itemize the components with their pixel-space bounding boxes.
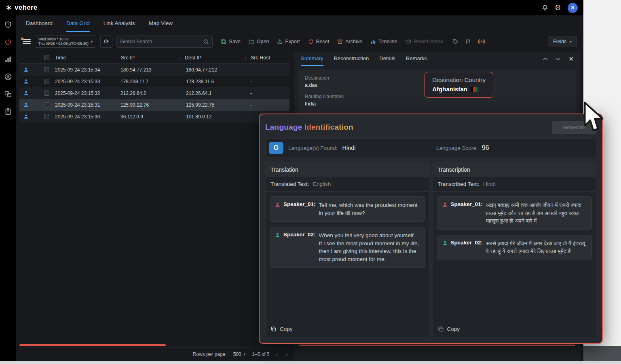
vehere-logo-icon xyxy=(6,4,12,11)
speaker-person-icon xyxy=(275,232,280,238)
table-row[interactable]: 2025-09-24 23:15:34180.94.77.213180.94.7… xyxy=(19,64,289,76)
speaker-card: Speaker_01:आइए बताइए अभी तक आपके जीवन मे… xyxy=(437,196,592,230)
speaker-name: Speaker_02: xyxy=(283,231,316,263)
sidebar-live-capture-icon[interactable] xyxy=(4,38,12,46)
translation-copy-button[interactable]: Copy xyxy=(266,322,429,337)
table-row[interactable]: 2025-09-24 23:15:33178.238.11.7178.238.1… xyxy=(19,76,289,87)
settings-gear-icon[interactable]: ⚙ xyxy=(555,4,561,11)
horizontal-scrollbar-thumb[interactable] xyxy=(19,344,166,346)
copy-icon xyxy=(270,326,277,332)
translation-speakers: Speaker_01:Tell me, which was the proude… xyxy=(266,191,429,268)
speaker-name: Speaker_01: xyxy=(283,201,316,217)
modal-title: Language Identification xyxy=(265,123,353,132)
row-checkbox[interactable] xyxy=(44,102,49,107)
cell-src-host: - xyxy=(245,67,289,73)
reset-icon xyxy=(308,39,314,44)
menu-hamburger-icon[interactable] xyxy=(23,39,31,44)
detail-tab-details[interactable]: Details xyxy=(379,52,395,66)
next-page-button[interactable]: › xyxy=(286,351,288,358)
cell-src-host: - xyxy=(245,79,289,84)
cell-dest-ip: 101.89.0.12 xyxy=(180,114,245,120)
cell-time: 2025-09-24 23:15:34 xyxy=(55,67,116,73)
cell-time: 2025-09-24 23:15:31 xyxy=(55,102,116,108)
speaker-text: सबसे ज़्यादा मेरे जीवन में अगर देखा जाए … xyxy=(486,240,587,255)
row-checkbox[interactable] xyxy=(44,114,49,119)
language-score-value: 96 xyxy=(482,144,489,151)
tab-map-view[interactable]: Map View xyxy=(149,15,173,32)
rows-per-page-select[interactable]: 500 ▾ xyxy=(233,351,246,357)
detail-scrollbar-thumb[interactable] xyxy=(299,345,575,346)
detail-tab-summary[interactable]: Summary xyxy=(301,52,323,66)
cell-src-ip: 180.94.77.213 xyxy=(116,67,180,73)
action-label: Save xyxy=(229,39,241,44)
date-range-picker[interactable]: Wed 09/24 * 16:06 Thu 09/25 * 04:05(UTC+… xyxy=(35,36,96,48)
reset-button[interactable]: Reset xyxy=(308,39,330,44)
notifications-bell-icon[interactable] xyxy=(542,4,548,11)
speaker-text: When you felt very good about yourself. … xyxy=(319,231,420,263)
language-score-label: Language Score: xyxy=(436,145,478,151)
action-label: Read/Unread xyxy=(414,39,444,44)
transcription-copy-button[interactable]: Copy xyxy=(433,322,596,337)
column-header-src-ip[interactable]: Src IP xyxy=(116,55,180,61)
refresh-button[interactable]: ⟳ xyxy=(100,36,112,48)
languages-found-label: Language(s) Found: xyxy=(288,145,338,151)
sidebar-statistics-icon[interactable] xyxy=(4,56,12,63)
detail-tab-reconstruction[interactable]: Reconstruction xyxy=(334,52,369,66)
column-header-src-host[interactable]: Src Host xyxy=(245,55,289,61)
column-header-time[interactable]: Time xyxy=(55,55,116,61)
action-label: Export xyxy=(285,39,300,44)
timeline-button[interactable]: Timeline xyxy=(370,39,397,44)
save-button[interactable]: Save xyxy=(221,39,241,44)
flag-icon[interactable] xyxy=(465,39,471,44)
toolbar-row: Wed 09/24 * 16:06 Thu 09/25 * 04:05(UTC+… xyxy=(16,32,583,51)
sidebar-accounts-icon[interactable] xyxy=(4,73,12,80)
destination-country-label: Destination Country xyxy=(432,76,486,83)
search-input[interactable] xyxy=(120,39,203,44)
row-checkbox[interactable] xyxy=(44,90,49,96)
tab-data-grid[interactable]: Data Grid xyxy=(66,15,90,32)
sidebar-sessions-icon[interactable] xyxy=(4,90,12,98)
action-label: Open xyxy=(257,39,269,44)
live-signal-icon[interactable] xyxy=(478,38,485,45)
tag-icon[interactable] xyxy=(452,39,458,44)
sidebar-alerts-icon[interactable] xyxy=(4,21,12,28)
sidebar-reports-icon[interactable] xyxy=(4,108,12,115)
column-header-dest-ip[interactable]: Dest IP xyxy=(180,55,245,61)
fields-label: Fields xyxy=(553,39,566,44)
row-checkbox[interactable] xyxy=(44,67,49,72)
search-icon[interactable] xyxy=(203,39,209,45)
transcribed-text-language: Hindi xyxy=(483,181,496,187)
global-search xyxy=(116,36,213,48)
table-row[interactable]: 2025-09-24 23:15:3036.112.0.9101.89.0.12… xyxy=(19,111,289,122)
translation-title: Translation xyxy=(266,162,429,177)
copy-label: Copy xyxy=(447,326,460,332)
fields-button[interactable]: Fields ▾ xyxy=(548,36,577,47)
destination-country-value: Afghanistan xyxy=(432,86,467,93)
table-header: Time Src IP Dest IP Src Host xyxy=(19,52,289,64)
table-row[interactable]: 2025-09-24 23:15:31125.99.22.76125.99.22… xyxy=(19,99,289,111)
tab-link-analysis[interactable]: Link Analysis xyxy=(104,15,135,32)
cell-dest-ip: 178.238.11.6 xyxy=(180,79,245,84)
archive-icon xyxy=(337,39,343,44)
tab-dashboard[interactable]: Dashboard xyxy=(26,15,53,32)
pagination-bar: Rows per page: 500 ▾ 1–5 of 5 ‹ › xyxy=(19,347,289,361)
table-row[interactable]: 2025-09-24 23:15:32212.26.64.2212.26.64.… xyxy=(19,87,289,99)
speaker-person-icon xyxy=(442,202,448,207)
row-checkbox[interactable] xyxy=(44,79,49,84)
copy-icon xyxy=(438,326,444,332)
export-button[interactable]: Export xyxy=(277,39,300,44)
close-icon[interactable]: ✕ xyxy=(568,55,574,63)
speaker-card: Speaker_02:सबसे ज़्यादा मेरे जीवन में अग… xyxy=(437,235,592,260)
background-window-corner xyxy=(583,346,621,361)
cell-src-ip: 212.26.64.2 xyxy=(116,90,180,96)
chevron-up-icon[interactable] xyxy=(543,56,548,62)
detail-tabs: SummaryReconstructionDetailsRemarks✕ xyxy=(294,52,580,66)
archive-button[interactable]: Archive xyxy=(337,39,362,44)
open-button[interactable]: Open xyxy=(249,39,269,44)
left-icon-sidebar xyxy=(0,15,16,361)
prev-page-button[interactable]: ‹ xyxy=(276,351,278,358)
user-avatar[interactable]: S xyxy=(568,3,578,13)
select-all-checkbox[interactable] xyxy=(44,55,49,60)
chevron-down-icon[interactable] xyxy=(556,56,561,62)
detail-tab-remarks[interactable]: Remarks xyxy=(406,52,427,66)
